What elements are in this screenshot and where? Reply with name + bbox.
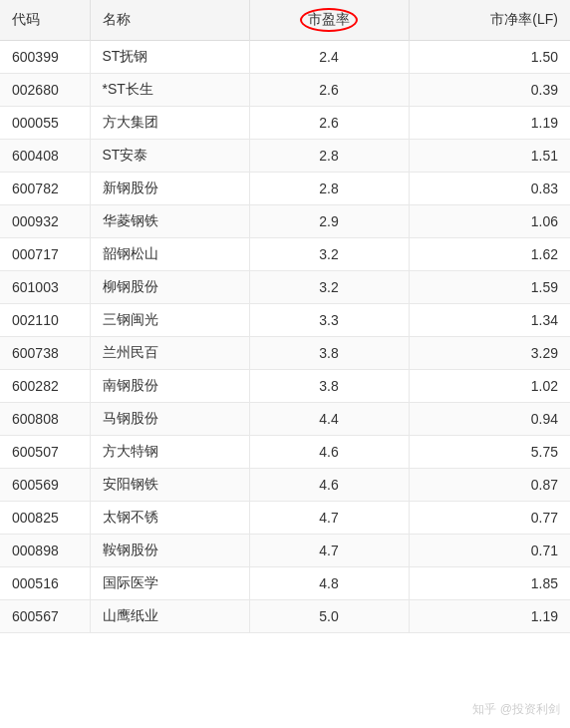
table-row: 600738兰州民百3.83.29 bbox=[0, 337, 570, 370]
table-row: 000717韶钢松山3.21.62 bbox=[0, 238, 570, 271]
watermark-text: 知乎 @投资利剑 bbox=[472, 701, 560, 718]
table-row: 600808马钢股份4.40.94 bbox=[0, 403, 570, 436]
cell-pb: 0.87 bbox=[409, 469, 570, 502]
cell-name: 南钢股份 bbox=[90, 370, 249, 403]
cell-pe: 3.2 bbox=[249, 238, 409, 271]
cell-pb: 1.59 bbox=[409, 271, 570, 304]
cell-pe: 3.3 bbox=[249, 304, 409, 337]
pe-circle-label: 市盈率 bbox=[300, 8, 358, 32]
cell-name: 柳钢股份 bbox=[90, 271, 249, 304]
cell-pb: 1.06 bbox=[409, 205, 570, 238]
cell-code: 600738 bbox=[0, 337, 90, 370]
table-row: 002110三钢闽光3.31.34 bbox=[0, 304, 570, 337]
cell-code: 000898 bbox=[0, 535, 90, 567]
cell-code: 600507 bbox=[0, 436, 90, 469]
table-row: 600408ST安泰2.81.51 bbox=[0, 140, 570, 173]
cell-pe: 4.6 bbox=[249, 436, 409, 469]
cell-name: 方大特钢 bbox=[90, 436, 249, 469]
table-header-row: 代码 名称 市盈率 市净率(LF) bbox=[0, 0, 570, 41]
table-row: 000055方大集团2.61.19 bbox=[0, 107, 570, 140]
header-pb: 市净率(LF) bbox=[409, 0, 570, 41]
cell-pe: 2.8 bbox=[249, 173, 409, 205]
cell-code: 000055 bbox=[0, 107, 90, 140]
cell-pe: 2.6 bbox=[249, 74, 409, 107]
cell-name: 兰州民百 bbox=[90, 337, 249, 370]
table-row: 600782新钢股份2.80.83 bbox=[0, 173, 570, 205]
cell-pb: 1.50 bbox=[409, 41, 570, 74]
cell-pe: 4.7 bbox=[249, 535, 409, 567]
cell-pb: 1.51 bbox=[409, 140, 570, 173]
cell-name: 安阳钢铁 bbox=[90, 469, 249, 502]
cell-code: 000717 bbox=[0, 238, 90, 271]
cell-name: 鞍钢股份 bbox=[90, 535, 249, 567]
header-pe: 市盈率 bbox=[249, 0, 409, 41]
cell-code: 002110 bbox=[0, 304, 90, 337]
cell-pe: 2.6 bbox=[249, 107, 409, 140]
cell-name: *ST长生 bbox=[90, 74, 249, 107]
cell-pb: 1.19 bbox=[409, 107, 570, 140]
cell-pe: 2.9 bbox=[249, 205, 409, 238]
cell-pe: 5.0 bbox=[249, 600, 409, 633]
table-row: 000932华菱钢铁2.91.06 bbox=[0, 205, 570, 238]
cell-name: ST安泰 bbox=[90, 140, 249, 173]
cell-name: 国际医学 bbox=[90, 567, 249, 600]
cell-name: 山鹰纸业 bbox=[90, 600, 249, 633]
cell-code: 600282 bbox=[0, 370, 90, 403]
cell-code: 600569 bbox=[0, 469, 90, 502]
cell-pb: 1.85 bbox=[409, 567, 570, 600]
cell-pb: 1.34 bbox=[409, 304, 570, 337]
cell-code: 002680 bbox=[0, 74, 90, 107]
table-row: 002680*ST长生2.60.39 bbox=[0, 74, 570, 107]
cell-pb: 1.02 bbox=[409, 370, 570, 403]
cell-code: 600399 bbox=[0, 41, 90, 74]
cell-code: 000825 bbox=[0, 502, 90, 535]
cell-pe: 2.4 bbox=[249, 41, 409, 74]
cell-pe: 3.8 bbox=[249, 337, 409, 370]
cell-code: 000516 bbox=[0, 567, 90, 600]
table-row: 601003柳钢股份3.21.59 bbox=[0, 271, 570, 304]
stock-table-container: 代码 名称 市盈率 市净率(LF) 600399ST抚钢2.41.5000268… bbox=[0, 0, 570, 633]
cell-pb: 1.62 bbox=[409, 238, 570, 271]
cell-name: 新钢股份 bbox=[90, 173, 249, 205]
cell-pb: 0.71 bbox=[409, 535, 570, 567]
cell-pe: 3.8 bbox=[249, 370, 409, 403]
cell-pb: 1.19 bbox=[409, 600, 570, 633]
cell-code: 000932 bbox=[0, 205, 90, 238]
cell-code: 600408 bbox=[0, 140, 90, 173]
cell-name: 方大集团 bbox=[90, 107, 249, 140]
cell-pe: 4.6 bbox=[249, 469, 409, 502]
cell-pe: 2.8 bbox=[249, 140, 409, 173]
table-row: 600567山鹰纸业5.01.19 bbox=[0, 600, 570, 633]
cell-pe: 4.8 bbox=[249, 567, 409, 600]
cell-name: 马钢股份 bbox=[90, 403, 249, 436]
cell-name: 华菱钢铁 bbox=[90, 205, 249, 238]
table-row: 600507方大特钢4.65.75 bbox=[0, 436, 570, 469]
cell-code: 600808 bbox=[0, 403, 90, 436]
cell-pb: 3.29 bbox=[409, 337, 570, 370]
header-name: 名称 bbox=[90, 0, 249, 41]
cell-pe: 4.4 bbox=[249, 403, 409, 436]
table-row: 600569安阳钢铁4.60.87 bbox=[0, 469, 570, 502]
header-code: 代码 bbox=[0, 0, 90, 41]
cell-pb: 0.94 bbox=[409, 403, 570, 436]
cell-pb: 0.77 bbox=[409, 502, 570, 535]
cell-pb: 0.39 bbox=[409, 74, 570, 107]
cell-code: 601003 bbox=[0, 271, 90, 304]
cell-name: 太钢不锈 bbox=[90, 502, 249, 535]
cell-pb: 5.75 bbox=[409, 436, 570, 469]
cell-pb: 0.83 bbox=[409, 173, 570, 205]
cell-code: 600567 bbox=[0, 600, 90, 633]
cell-pe: 3.2 bbox=[249, 271, 409, 304]
table-row: 000825太钢不锈4.70.77 bbox=[0, 502, 570, 535]
table-row: 600399ST抚钢2.41.50 bbox=[0, 41, 570, 74]
cell-pe: 4.7 bbox=[249, 502, 409, 535]
stock-table: 代码 名称 市盈率 市净率(LF) 600399ST抚钢2.41.5000268… bbox=[0, 0, 570, 633]
table-row: 000898鞍钢股份4.70.71 bbox=[0, 535, 570, 567]
table-row: 600282南钢股份3.81.02 bbox=[0, 370, 570, 403]
table-row: 000516国际医学4.81.85 bbox=[0, 567, 570, 600]
cell-name: 韶钢松山 bbox=[90, 238, 249, 271]
cell-name: ST抚钢 bbox=[90, 41, 249, 74]
cell-code: 600782 bbox=[0, 173, 90, 205]
cell-name: 三钢闽光 bbox=[90, 304, 249, 337]
